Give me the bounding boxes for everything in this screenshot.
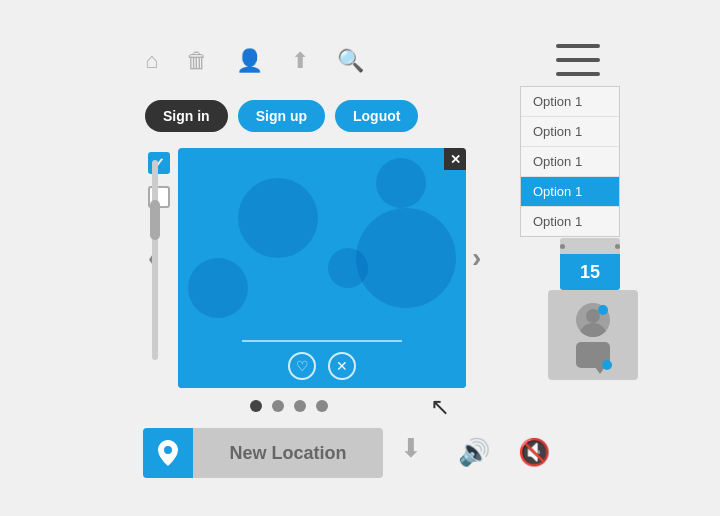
cursor-icon: ↖ bbox=[430, 393, 450, 421]
nav-right-arrow[interactable]: › bbox=[472, 242, 481, 274]
location-pin-icon bbox=[158, 440, 178, 466]
calendar-day: 15 bbox=[580, 262, 600, 283]
logout-button[interactable]: Loguot bbox=[335, 100, 418, 132]
dot-4[interactable] bbox=[316, 400, 328, 412]
calendar-body: 15 bbox=[560, 254, 620, 290]
dropdown-item-1[interactable]: Option 1 bbox=[521, 87, 619, 117]
top-icons: ⌂ 🗑 👤 ⬆ 🔍 bbox=[145, 48, 364, 74]
calendar-widget[interactable]: 15 bbox=[560, 238, 620, 290]
cal-dot-left bbox=[560, 244, 565, 249]
dot-2[interactable] bbox=[272, 400, 284, 412]
card-action-icons: ♡ ✕ bbox=[288, 352, 356, 380]
auth-buttons: Sign in Sign up Loguot bbox=[145, 100, 418, 132]
decorative-circle-2 bbox=[376, 158, 426, 208]
download-arrow-icon[interactable]: ⬇ bbox=[400, 433, 422, 464]
slider-thumb[interactable] bbox=[150, 200, 160, 240]
notification-dot-user bbox=[598, 305, 608, 315]
home-icon[interactable]: ⌂ bbox=[145, 48, 158, 74]
search-icon[interactable]: 🔍 bbox=[337, 48, 364, 74]
close-action-icon[interactable]: ✕ bbox=[328, 352, 356, 380]
dropdown-menu: Option 1 Option 1 Option 1 Option 1 Opti… bbox=[520, 86, 620, 237]
user-avatar-container bbox=[576, 303, 610, 337]
card-bottom: ♡ ✕ bbox=[178, 318, 466, 388]
dropdown-item-3[interactable]: Option 1 bbox=[521, 147, 619, 177]
dropdown-item-4-selected[interactable]: Option 1 bbox=[521, 177, 619, 207]
cal-dot-right bbox=[615, 244, 620, 249]
dropdown-item-2[interactable]: Option 1 bbox=[521, 117, 619, 147]
volume-on-icon[interactable]: 🔊 bbox=[458, 437, 490, 468]
location-icon-box bbox=[143, 428, 193, 478]
decorative-circle-1 bbox=[238, 178, 318, 258]
upload-icon[interactable]: ⬆ bbox=[291, 48, 309, 74]
blue-card: ✕ ♡ ✕ bbox=[178, 148, 466, 388]
signin-button[interactable]: Sign in bbox=[145, 100, 228, 132]
heart-action-icon[interactable]: ♡ bbox=[288, 352, 316, 380]
signup-button[interactable]: Sign up bbox=[238, 100, 325, 132]
chat-bubble-container bbox=[576, 342, 610, 368]
dots-pagination bbox=[250, 400, 328, 412]
card-line bbox=[242, 340, 402, 342]
notification-dot-chat bbox=[602, 360, 612, 370]
location-label: New Location bbox=[193, 443, 383, 464]
main-container: ⌂ 🗑 👤 ⬆ 🔍 Sign in Sign up Loguot ‹ ✕ ♡ bbox=[0, 0, 720, 516]
dot-3[interactable] bbox=[294, 400, 306, 412]
hamburger-menu[interactable] bbox=[556, 44, 600, 76]
decorative-circle-3 bbox=[356, 208, 456, 308]
location-button[interactable]: New Location bbox=[143, 428, 383, 478]
calendar-top bbox=[560, 238, 620, 254]
trash-icon[interactable]: 🗑 bbox=[186, 48, 208, 74]
dropdown-item-5[interactable]: Option 1 bbox=[521, 207, 619, 236]
user-notification-card bbox=[548, 290, 638, 380]
decorative-circle-5 bbox=[328, 248, 368, 288]
dot-1[interactable] bbox=[250, 400, 262, 412]
user-icon[interactable]: 👤 bbox=[236, 48, 263, 74]
volume-off-icon[interactable]: 🔇 bbox=[518, 437, 550, 468]
card-close-button[interactable]: ✕ bbox=[444, 148, 466, 170]
decorative-circle-4 bbox=[188, 258, 248, 318]
slider-track bbox=[152, 160, 158, 360]
